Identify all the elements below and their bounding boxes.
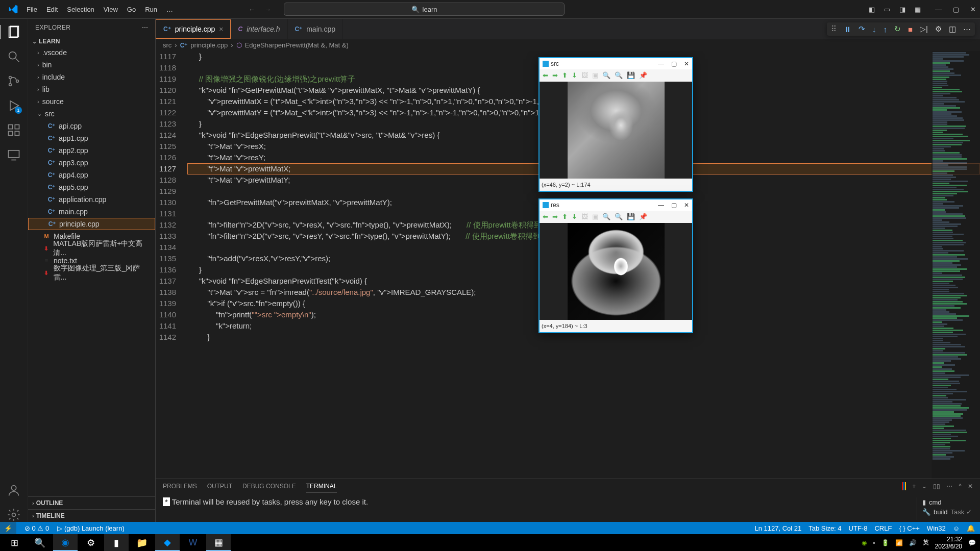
restart-icon[interactable]: ↻ [894, 24, 901, 34]
nav-forward-icon[interactable]: → [264, 6, 271, 13]
file-app1[interactable]: C⁺app1.cpp [28, 132, 155, 144]
tab-terminal[interactable]: TERMINAL [306, 483, 337, 492]
arrow-down-icon[interactable]: ⬇ [572, 70, 577, 81]
menu-go[interactable]: Go [123, 4, 140, 15]
debug-icon[interactable]: 1 [7, 98, 21, 113]
command-center[interactable]: 🔍 learn [284, 3, 565, 16]
search-button[interactable]: 🔍 [28, 534, 52, 551]
close-panel-icon[interactable]: ✕ [968, 483, 973, 492]
layout-sidebar-icon[interactable]: ◧ [869, 6, 875, 13]
close-icon[interactable]: ✕ [684, 199, 689, 211]
tray-battery-icon[interactable]: 🔋 [881, 539, 889, 546]
search-icon[interactable] [7, 49, 21, 64]
menu-edit[interactable]: Edit [42, 4, 62, 15]
status-errors[interactable]: ⊘ 0 ⚠ 0 [24, 524, 49, 532]
remote-icon[interactable] [7, 147, 21, 162]
status-feedback-icon[interactable]: ☺ [953, 524, 960, 532]
arrow-up-icon[interactable]: ⬆ [562, 211, 568, 222]
step-into-icon[interactable]: ↓ [872, 25, 876, 34]
arrow-left-icon[interactable]: ⬅ [543, 70, 548, 81]
save-icon[interactable]: 💾 [627, 70, 635, 81]
settings-icon[interactable] [7, 508, 21, 522]
zoom-out-icon[interactable]: 🔍 [615, 70, 623, 81]
arrow-down-icon[interactable]: ⬇ [572, 211, 577, 222]
file-main[interactable]: C⁺main.cpp [28, 206, 155, 218]
tab-output[interactable]: OUTPUT [207, 483, 232, 492]
status-lang[interactable]: { } C++ [899, 524, 919, 532]
file-app5[interactable]: C⁺app5.cpp [28, 181, 155, 193]
file-api[interactable]: C⁺api.cpp [28, 120, 155, 132]
arrow-up-icon[interactable]: ⬆ [562, 70, 568, 81]
close-icon[interactable]: ✕ [970, 6, 976, 13]
vscode-button[interactable]: ◆ [155, 534, 180, 551]
zoom-out-icon[interactable]: 🔍 [615, 211, 623, 222]
imgwin-titlebar[interactable]: res—▢✕ [540, 199, 692, 211]
layout-right-icon[interactable]: ◨ [899, 6, 905, 13]
continue-icon[interactable]: ▷| [920, 24, 928, 34]
add-terminal-icon[interactable]: + [912, 483, 916, 492]
explorer-button[interactable]: 📁 [130, 534, 154, 551]
terminal[interactable]: * Terminal will be reused by tasks, pres… [156, 495, 980, 522]
word-button[interactable]: W [181, 534, 205, 551]
settings-button[interactable]: ⚙ [79, 534, 103, 551]
drag-handle-icon[interactable]: ⠿ [831, 24, 837, 34]
picture-icon[interactable]: 🖼 [581, 211, 588, 222]
save-icon[interactable]: 💾 [627, 211, 635, 222]
minimize-icon[interactable]: — [935, 6, 942, 13]
code-editor[interactable]: 1117111811191120112111221123112411251126… [156, 51, 980, 479]
pin-icon[interactable]: 📌 [639, 211, 647, 222]
tray-nvidia-icon[interactable]: ◉ [862, 539, 867, 546]
zoom-in-icon[interactable]: 🔍 [602, 70, 610, 81]
tab-interface[interactable]: Cinterface.h [231, 19, 287, 39]
minimap[interactable] [932, 51, 980, 479]
tab-principle[interactable]: C⁺principle.cpp× [156, 19, 231, 39]
settings-debug-icon[interactable]: ⚙ [935, 24, 942, 34]
outline-section[interactable]: ›OUTLINE [28, 496, 155, 509]
tray-wifi-icon[interactable]: 📶 [895, 539, 903, 546]
file-pdf2[interactable]: ⬇数字图像处理_第三版_冈萨雷... [28, 267, 155, 279]
file-pdf1[interactable]: ⬇MATLAB版冈萨雷斯+中文高清... [28, 242, 155, 255]
arrow-right-icon[interactable]: ➡ [552, 70, 558, 81]
file-app3[interactable]: C⁺app3.cpp [28, 157, 155, 169]
arrow-right-icon[interactable]: ➡ [552, 211, 558, 222]
pin-icon[interactable]: 📌 [639, 70, 647, 81]
terminal-build[interactable]: 🔧build Task ✓ [922, 507, 973, 517]
status-eol[interactable]: CRLF [874, 524, 892, 532]
status-encoding[interactable]: UTF-8 [849, 524, 868, 532]
folder-source[interactable]: ›source [28, 95, 155, 108]
edge-button[interactable]: ◉ [53, 534, 78, 551]
crop-icon[interactable]: ▣ [592, 70, 598, 81]
folder-src[interactable]: ⌄src [28, 108, 155, 120]
imgwin-titlebar[interactable]: src—▢✕ [540, 58, 692, 69]
image-window-res[interactable]: res—▢✕ ⬅➡⬆⬇🖼▣🔍🔍💾📌 (x=4, y=184) ~ L:3 [538, 198, 693, 333]
breadcrumb[interactable]: src › C⁺ principle.cpp › ⬡ EdgeSharpenPr… [156, 39, 980, 51]
pause-icon[interactable]: ⏸ [844, 25, 851, 34]
tab-debug-console[interactable]: DEBUG CONSOLE [242, 483, 296, 492]
maximize-icon[interactable]: ▢ [953, 6, 959, 13]
close-tab-icon[interactable]: × [219, 25, 223, 33]
minimize-icon[interactable]: — [658, 199, 664, 211]
split-terminal-icon[interactable]: ▯▯ [933, 483, 940, 492]
tab-main[interactable]: C⁺main.cpp [288, 19, 343, 39]
folder-lib[interactable]: ›lib [28, 83, 155, 95]
step-over-icon[interactable]: ↷ [859, 24, 865, 34]
stop-icon[interactable]: ■ [908, 25, 913, 34]
maximize-panel-icon[interactable]: ^ [959, 483, 962, 492]
status-cursor[interactable]: Ln 1127, Col 21 [754, 524, 801, 532]
image-window-src[interactable]: src—▢✕ ⬅➡⬆⬇🖼▣🔍🔍💾📌 (x=46, y=2) ~ L:174 [538, 57, 693, 192]
tab-problems[interactable]: PROBLEMS [163, 483, 197, 492]
status-tabsize[interactable]: Tab Size: 4 [808, 524, 841, 532]
timeline-section[interactable]: ›TIMELINE [28, 509, 155, 522]
notification-center-icon[interactable]: 💬 [968, 539, 976, 546]
folder-vscode[interactable]: ›.vscode [28, 46, 155, 59]
dropdown-icon[interactable]: ⌄ [922, 483, 927, 492]
tray-ime[interactable]: 英 [923, 538, 929, 547]
cmd-button[interactable]: ▮ [104, 534, 129, 551]
crop-icon[interactable]: ▣ [592, 211, 598, 222]
more-icon[interactable]: ⋯ [946, 483, 952, 492]
zoom-in-icon[interactable]: 🔍 [602, 211, 610, 222]
more-icon[interactable]: ⋯ [963, 24, 971, 34]
folder-bin[interactable]: ›bin [28, 59, 155, 71]
file-principle[interactable]: C⁺principle.cpp [28, 218, 155, 230]
file-app2[interactable]: C⁺app2.cpp [28, 144, 155, 157]
